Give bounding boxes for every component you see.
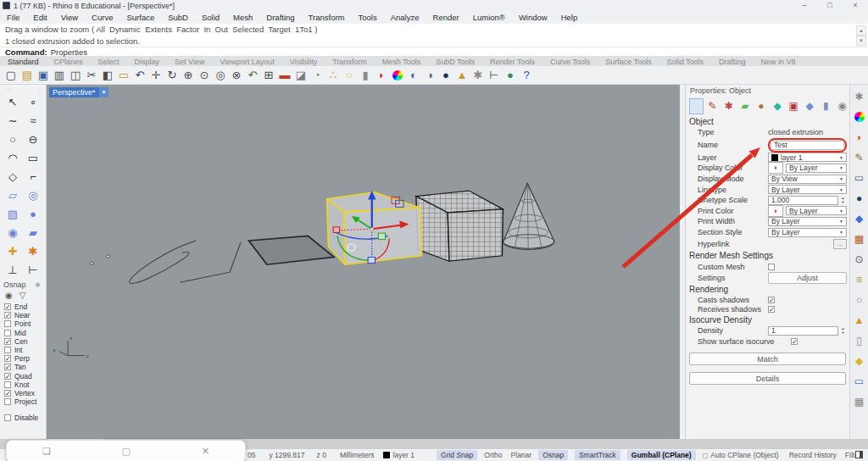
libraries-icon[interactable]: ◆ bbox=[852, 351, 867, 371]
color-wheel-icon[interactable] bbox=[390, 68, 405, 83]
project-osnap-button[interactable]: ◉ bbox=[5, 291, 13, 300]
menu-solid[interactable]: Solid bbox=[195, 13, 226, 22]
point-checkbox[interactable] bbox=[4, 320, 11, 327]
status-layer-1[interactable]: layer 1 bbox=[383, 451, 415, 459]
command-prompt[interactable]: Command: Properties bbox=[0, 47, 868, 57]
menu-surface[interactable]: Surface bbox=[120, 13, 161, 22]
menu-help[interactable]: Help bbox=[554, 13, 585, 22]
zoom-extents-icon[interactable]: ⊗ bbox=[229, 68, 244, 83]
details-button[interactable]: Details bbox=[689, 372, 846, 385]
explode-icon[interactable]: ✱ bbox=[23, 242, 43, 260]
displays-icon[interactable]: ▭ bbox=[852, 371, 867, 392]
more-colors-tab-icon[interactable]: ◉ bbox=[835, 98, 849, 114]
osnap-item-knot[interactable]: Knot bbox=[4, 380, 46, 389]
osnap-item-vertex[interactable]: Vertex bbox=[4, 389, 46, 397]
restore-button[interactable]: ❏ bbox=[42, 446, 51, 457]
linetype-scale-input[interactable]: 1.000 bbox=[768, 196, 838, 205]
options-gears-icon[interactable]: ✱ bbox=[470, 68, 486, 83]
dark-sphere-icon[interactable]: ● bbox=[438, 68, 453, 83]
menu-view[interactable]: View bbox=[54, 13, 85, 22]
settings-gear-icon[interactable]: ✱ bbox=[852, 86, 867, 107]
dock-handle[interactable]: ····◦ bbox=[0, 85, 46, 93]
osnap-item-near[interactable]: Near bbox=[4, 311, 46, 319]
end-checkbox[interactable] bbox=[4, 303, 11, 310]
status-z-0[interactable]: z 0 bbox=[317, 451, 326, 459]
osnap-item-int[interactable]: Int bbox=[4, 346, 46, 354]
lightbulb-icon[interactable]: ○ bbox=[342, 68, 357, 83]
zoom-selected-icon[interactable]: ◎ bbox=[213, 68, 228, 83]
history-icon[interactable]: ◔ bbox=[309, 68, 325, 83]
osnap-item-mid[interactable]: Mid bbox=[4, 329, 46, 337]
surface-patch-icon[interactable]: ▱ bbox=[3, 186, 23, 204]
match-button[interactable]: Match bbox=[689, 353, 846, 365]
surface-revolve-icon[interactable]: ◎ bbox=[23, 186, 43, 204]
polyline-curve[interactable] bbox=[180, 242, 241, 283]
layers-grid-icon[interactable]: ▦ bbox=[852, 392, 867, 412]
toolbar-tab-set-view[interactable]: Set View bbox=[167, 58, 212, 66]
osnap-item-quad[interactable]: Quad bbox=[4, 372, 46, 380]
show-isocurve-checkbox[interactable] bbox=[791, 338, 798, 345]
layer-material-icon[interactable]: ◗ bbox=[374, 68, 389, 83]
object-properties-tab-icon[interactable] bbox=[689, 98, 704, 114]
polyline-icon[interactable]: ⌐ bbox=[23, 168, 43, 186]
mid-checkbox[interactable] bbox=[4, 330, 11, 336]
maximize-button[interactable]: □ bbox=[817, 0, 843, 11]
point-cloud-icon[interactable]: ∴ bbox=[326, 68, 341, 83]
material-note-tab-icon[interactable]: ▰ bbox=[737, 98, 752, 114]
display-color-swatch-button[interactable]: ◗ bbox=[768, 162, 783, 174]
density-input[interactable]: 1 bbox=[768, 326, 838, 336]
status-auto-cplane-object[interactable]: ◻Auto CPlane (Object) bbox=[703, 451, 779, 459]
vertex-checkbox[interactable] bbox=[4, 390, 11, 397]
osnap-item-end[interactable]: End bbox=[4, 303, 46, 311]
toolbar-tab-standard[interactable]: Standard bbox=[0, 58, 47, 66]
toolbar-tab-transform[interactable]: Transform bbox=[325, 58, 375, 66]
linetype-dropdown[interactable]: By Layer bbox=[768, 185, 847, 194]
casts-shadows-checkbox[interactable] bbox=[768, 297, 775, 303]
cone-surface[interactable] bbox=[503, 183, 554, 249]
properties-wheel-icon[interactable] bbox=[852, 107, 867, 127]
select-arrow-icon[interactable]: ↖ bbox=[3, 93, 23, 111]
close-button[interactable]: ✕ bbox=[202, 446, 209, 457]
osnap-gear-icon[interactable]: ✱ bbox=[35, 281, 41, 289]
box-icon[interactable]: ▧ bbox=[3, 205, 23, 223]
scroll-up-button[interactable]: ▲ bbox=[856, 25, 866, 36]
menu-mesh[interactable]: Mesh bbox=[226, 13, 259, 22]
ellipse-icon[interactable]: ⊖ bbox=[23, 131, 43, 148]
car-icon[interactable]: ▬ bbox=[277, 68, 292, 83]
cut-icon[interactable]: ✂ bbox=[84, 68, 99, 83]
osnap-item-point[interactable]: Point bbox=[4, 319, 46, 328]
dimension-icon[interactable]: ⊢ bbox=[487, 68, 502, 83]
toolbar-tab-cplanes[interactable]: CPlanes bbox=[47, 58, 91, 66]
polygon-icon[interactable]: ◇ bbox=[3, 168, 23, 186]
status-grid-snap[interactable]: Grid Snap bbox=[437, 450, 477, 460]
pan-icon[interactable]: ✛ bbox=[148, 68, 164, 83]
toolbar-tab-solid-tools[interactable]: Solid Tools bbox=[659, 58, 711, 66]
maximize-button[interactable]: ▢ bbox=[122, 446, 131, 457]
material-gem-tab-icon[interactable]: ◆ bbox=[770, 98, 784, 114]
project-checkbox[interactable] bbox=[4, 398, 11, 405]
toolbar-tab-mesh-tools[interactable]: Mesh Tools bbox=[375, 58, 428, 66]
torus-icon[interactable]: ◉ bbox=[3, 224, 23, 242]
render-cone-icon[interactable]: ▲ bbox=[454, 68, 470, 83]
help-icon[interactable]: ? bbox=[519, 68, 534, 83]
gumball-handle-x[interactable] bbox=[333, 227, 339, 232]
display-color-dropdown[interactable]: By Layer bbox=[786, 164, 847, 173]
ghosted-globe-icon[interactable]: ◑ bbox=[422, 68, 437, 83]
print-icon[interactable]: ▥ bbox=[52, 68, 67, 83]
menu-tools[interactable]: Tools bbox=[352, 13, 384, 22]
plane-surface[interactable] bbox=[248, 236, 334, 264]
panes-toggle-icon[interactable] bbox=[855, 451, 863, 458]
rectangle-icon[interactable]: ▭ bbox=[23, 149, 43, 167]
receives-shadows-checkbox[interactable] bbox=[768, 306, 775, 313]
circle-icon[interactable]: ○ bbox=[3, 131, 23, 148]
disable-checkbox[interactable] bbox=[4, 414, 11, 421]
menu-curve[interactable]: Curve bbox=[85, 13, 120, 22]
gumball-handle-y[interactable] bbox=[378, 233, 385, 239]
near-checkbox[interactable] bbox=[4, 312, 11, 319]
undo-view-icon[interactable]: ↶ bbox=[245, 68, 260, 83]
extrude-surface-icon[interactable]: ⊢ bbox=[23, 261, 43, 279]
rendering-grid-icon[interactable]: ▦ bbox=[852, 229, 867, 249]
status-millimeters[interactable]: Millimeters bbox=[340, 451, 375, 459]
adjust-button[interactable]: Adjust bbox=[768, 272, 847, 284]
density-spinner[interactable] bbox=[839, 325, 847, 336]
